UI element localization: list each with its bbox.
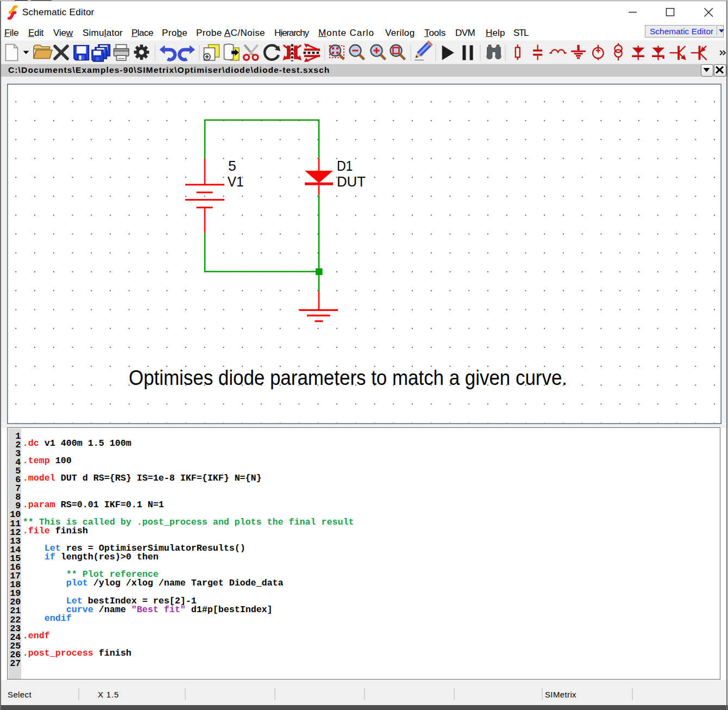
- svg-text:5: 5: [228, 158, 236, 174]
- svg-text:V1: V1: [228, 173, 244, 190]
- svg-text:DUT: DUT: [337, 173, 366, 190]
- svg-text:Optimises diode parameters to: Optimises diode parameters to match a gi…: [129, 366, 567, 389]
- svg-text:D1: D1: [337, 158, 353, 174]
